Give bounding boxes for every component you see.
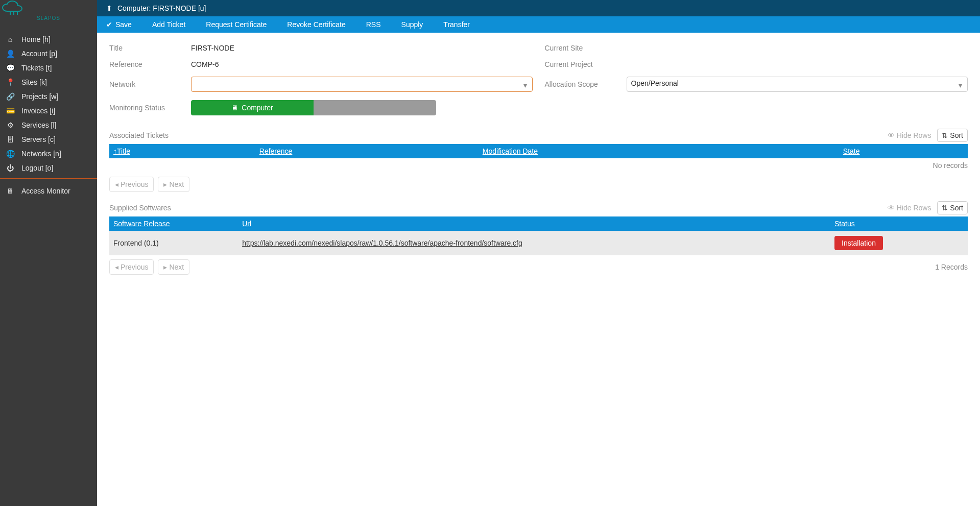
add-ticket-button[interactable]: Add Ticket xyxy=(152,20,185,29)
network-select[interactable]: ▾ xyxy=(191,77,533,92)
form-col-left: Title FIRST-NODE Reference COMP-6 Networ… xyxy=(109,40,533,119)
hide-rows-button[interactable]: 👁Hide Rows xyxy=(888,204,931,212)
comments-icon: 💬 xyxy=(6,64,14,72)
chevron-down-icon: ▾ xyxy=(523,81,527,89)
cell-release: Frontend (0.1) xyxy=(109,231,238,255)
brand-label: SLAPOS xyxy=(0,15,97,21)
cell-status: Installation xyxy=(830,231,968,255)
tickets-section: Associated Tickets 👁Hide Rows ⇅Sort ↑Tit… xyxy=(109,129,968,192)
form-grid: Title FIRST-NODE Reference COMP-6 Networ… xyxy=(109,40,968,119)
user-icon: 👤 xyxy=(6,50,14,58)
db-icon: 🗄 xyxy=(6,135,14,143)
eye-icon: 👁 xyxy=(888,131,895,139)
table-row[interactable]: Frontend (0.1) https://lab.nexedi.com/ne… xyxy=(109,231,968,255)
tickets-next-button[interactable]: ▸Next xyxy=(158,177,189,192)
tickets-prev-button[interactable]: ◂Previous xyxy=(109,177,154,192)
nav-item-invoices[interactable]: 💳Invoices [i] xyxy=(0,104,97,118)
sort-asc-icon: ↑ xyxy=(113,147,117,155)
software-url-link[interactable]: https://lab.nexedi.com/nexedi/slapos/raw… xyxy=(242,239,522,247)
softwares-title: Supplied Softwares xyxy=(109,204,171,212)
cell-url: https://lab.nexedi.com/nexedi/slapos/raw… xyxy=(238,231,830,255)
nav-item-sites[interactable]: 📍Sites [k] xyxy=(0,75,97,89)
status-badge[interactable]: Installation xyxy=(834,236,883,250)
caret-left-icon: ◂ xyxy=(115,263,118,271)
nav-label: Home [h] xyxy=(21,35,51,43)
nav-label: Networks [n] xyxy=(21,150,61,158)
tickets-no-records: No records xyxy=(109,158,968,173)
desktop-icon: 🖥 xyxy=(231,104,238,112)
nav-list: ⌂Home [h] 👤Account [p] 💬Tickets [t] 📍Sit… xyxy=(0,25,97,175)
share-icon: 🔗 xyxy=(6,92,14,101)
globe-icon: 🌐 xyxy=(6,150,14,158)
action-bar: ✔Save Add Ticket Request Certificate Rev… xyxy=(97,16,980,33)
upload-icon[interactable]: ⬆ xyxy=(106,4,112,12)
allocation-scope-select[interactable]: Open/Personal ▾ xyxy=(627,77,968,92)
network-label: Network xyxy=(109,80,191,88)
sort-icon: ⇅ xyxy=(942,204,948,212)
softwares-next-button[interactable]: ▸Next xyxy=(158,259,189,275)
power-icon: ⏻ xyxy=(6,164,14,172)
col-state[interactable]: State xyxy=(839,144,968,158)
softwares-table: Software Release Url Status Frontend (0.… xyxy=(109,216,968,255)
nav-label: Account [p] xyxy=(21,50,57,58)
breadcrumb: ⬆ Computer: FIRST-NODE [u] xyxy=(97,0,980,16)
nav-label: Logout [o] xyxy=(21,164,53,172)
softwares-record-count: 1 Records xyxy=(935,263,968,271)
tickets-pager: ◂Previous ▸Next xyxy=(109,177,968,192)
check-icon: ✔ xyxy=(106,20,112,29)
cogs-icon: ⚙ xyxy=(6,121,14,129)
monitor-empty-segment xyxy=(314,100,436,115)
supply-button[interactable]: Supply xyxy=(401,20,423,29)
desktop-icon: 🖥 xyxy=(6,187,14,195)
softwares-prev-button[interactable]: ◂Previous xyxy=(109,259,154,275)
revoke-cert-button[interactable]: Revoke Certificate xyxy=(287,20,345,29)
request-cert-button[interactable]: Request Certificate xyxy=(206,20,267,29)
eye-icon: 👁 xyxy=(888,204,895,212)
brand-logo: SLAPOS xyxy=(0,0,97,25)
transfer-button[interactable]: Transfer xyxy=(443,20,470,29)
current-project-label: Current Project xyxy=(545,60,627,68)
reference-label: Reference xyxy=(109,60,191,68)
monitoring-label: Monitoring Status xyxy=(109,104,191,112)
save-button[interactable]: ✔Save xyxy=(106,20,132,29)
sort-button[interactable]: ⇅Sort xyxy=(937,129,968,142)
nav-item-account[interactable]: 👤Account [p] xyxy=(0,46,97,61)
nav-item-services[interactable]: ⚙Services [l] xyxy=(0,118,97,132)
sort-icon: ⇅ xyxy=(942,131,948,139)
nav-label: Tickets [t] xyxy=(21,64,52,72)
col-software-release[interactable]: Software Release xyxy=(109,216,238,231)
nav-item-servers[interactable]: 🗄Servers [c] xyxy=(0,132,97,147)
marker-icon: 📍 xyxy=(6,78,14,86)
nav-label: Sites [k] xyxy=(21,78,47,86)
tickets-title: Associated Tickets xyxy=(109,131,169,139)
col-reference[interactable]: Reference xyxy=(255,144,479,158)
rss-button[interactable]: RSS xyxy=(366,20,381,29)
sidebar: SLAPOS ⌂Home [h] 👤Account [p] 💬Tickets [… xyxy=(0,0,97,506)
current-site-label: Current Site xyxy=(545,44,627,52)
softwares-section: Supplied Softwares 👁Hide Rows ⇅Sort Soft… xyxy=(109,201,968,275)
col-url[interactable]: Url xyxy=(238,216,830,231)
nav-item-home[interactable]: ⌂Home [h] xyxy=(0,32,97,46)
nav-label: Invoices [i] xyxy=(21,107,55,115)
nav-item-networks[interactable]: 🌐Networks [n] xyxy=(0,147,97,161)
caret-right-icon: ▸ xyxy=(163,263,167,271)
hide-rows-button[interactable]: 👁Hide Rows xyxy=(888,131,931,139)
title-label: Title xyxy=(109,44,191,52)
nav-separator xyxy=(0,178,97,179)
nav-label: Services [l] xyxy=(21,121,56,129)
reference-value: COMP-6 xyxy=(191,60,533,68)
nav-item-projects[interactable]: 🔗Projects [w] xyxy=(0,89,97,104)
tickets-table: ↑Title Reference Modification Date State xyxy=(109,144,968,158)
col-title[interactable]: ↑Title xyxy=(109,144,255,158)
monitor-status-bar: 🖥 Computer xyxy=(191,100,436,115)
allocation-scope-label: Allocation Scope xyxy=(545,80,627,88)
nav-item-logout[interactable]: ⏻Logout [o] xyxy=(0,161,97,175)
monitor-computer-segment[interactable]: 🖥 Computer xyxy=(191,100,314,115)
nav-item-monitor[interactable]: 🖥Access Monitor xyxy=(0,184,97,198)
nav-label: Projects [w] xyxy=(21,92,58,101)
col-modification[interactable]: Modification Date xyxy=(479,144,839,158)
breadcrumb-text: Computer: FIRST-NODE [u] xyxy=(117,4,206,12)
col-status[interactable]: Status xyxy=(830,216,968,231)
sort-button[interactable]: ⇅Sort xyxy=(937,201,968,214)
nav-item-tickets[interactable]: 💬Tickets [t] xyxy=(0,61,97,75)
